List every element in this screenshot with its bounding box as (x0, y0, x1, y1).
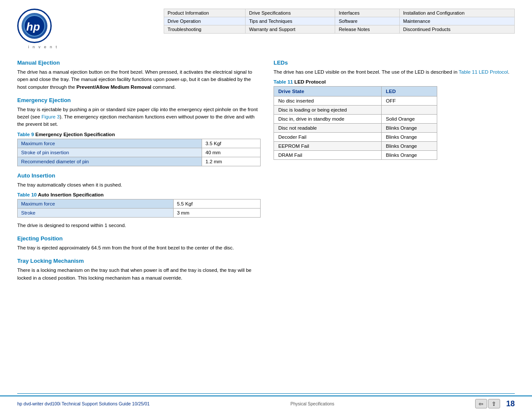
page-header: hp i n v e n t Product Information Drive… (0, 0, 532, 53)
led-value-cell: Blinks Orange (381, 151, 437, 160)
hp-logo-svg: hp (24, 15, 45, 37)
led-value-cell: Blinks Orange (381, 142, 437, 151)
table-row: Stroke3 mm (18, 208, 261, 217)
logo-area: hp i n v e n t (17, 9, 69, 49)
leds-intro-text: The drive has one LED visible on the fro… (274, 68, 515, 76)
spec-value: 5.5 Kgf (173, 199, 260, 208)
drive-state-cell: Disc not readable (274, 124, 382, 133)
auto-insertion-text: The tray automatically closes when it is… (17, 181, 261, 189)
spec-label: Recommended diameter of pin (18, 157, 202, 166)
manual-ejection-text: The drive has a manual ejection button o… (17, 68, 261, 91)
table9-emergency-ejection: Maximum force3.5 KgfStroke of pin insert… (17, 139, 261, 166)
led-value-cell: Blinks Orange (381, 124, 437, 133)
drive-state-cell: EEPROM Fail (274, 142, 382, 151)
table-row: Disc not readableBlinks Orange (274, 124, 437, 133)
table-row: Maximum force5.5 Kgf (18, 199, 261, 208)
nav-maintenance[interactable]: Maintenance (399, 17, 514, 25)
table9-label: Table 9 (17, 132, 34, 137)
nav-warranty-support[interactable]: Warranty and Support (246, 25, 335, 34)
tray-locking-text: There is a locking mechanism on the tray… (17, 267, 261, 282)
logo-inner: hp (22, 13, 47, 39)
nav-discontinued-products[interactable]: Discontinued Products (399, 25, 514, 34)
footer-right: ⇦ ⇧ 18 (475, 399, 515, 408)
spec-value: 40 mm (202, 148, 261, 157)
table-header-cell: Drive State (274, 87, 382, 97)
next-page-button[interactable]: ⇧ (488, 399, 500, 408)
ejecting-position-text: The tray is ejected approximately 64.5 m… (17, 244, 261, 252)
drive-state-cell: DRAM Fail (274, 151, 382, 160)
spec-label: Maximum force (18, 199, 174, 208)
led-value-cell: Solid Orange (381, 115, 437, 124)
left-column: Manual Ejection The drive has a manual e… (17, 53, 261, 285)
nav-installation-configuration[interactable]: Installation and Configuration (399, 9, 514, 17)
drive-state-cell: Decoder Fail (274, 133, 382, 142)
drive-state-cell: Disc in, drive in standby mode (274, 115, 382, 124)
table-row: EEPROM FailBlinks Orange (274, 142, 437, 151)
table10-auto-insertion: Maximum force5.5 KgfStroke3 mm (17, 199, 261, 218)
table10-caption-text: Auto Insertion Specification (37, 192, 103, 197)
footer-rule (17, 393, 515, 394)
nav-software[interactable]: Software (335, 17, 399, 25)
hp-logo: hp (17, 9, 52, 43)
prev-page-button[interactable]: ⇦ (475, 399, 487, 408)
navigation-table: Product Information Drive Specifications… (164, 9, 515, 34)
figure3-link[interactable]: Figure 3 (41, 114, 59, 119)
spec-value: 1.2 mm (202, 157, 261, 166)
right-column: LEDs The drive has one LED visible on th… (274, 53, 515, 285)
leds-text-2: . (508, 69, 509, 75)
table9-caption: Table 9 Emergency Ejection Specification (17, 132, 261, 137)
nav-troubleshooting[interactable]: Troubleshooting (164, 25, 246, 34)
table11-led-protocol: Drive StateLED No disc insertedOFFDisc i… (274, 86, 437, 160)
table-row: Recommended diameter of pin1.2 mm (18, 157, 261, 166)
drive-state-cell: No disc inserted (274, 97, 382, 106)
main-content: Manual Ejection The drive has a manual e… (0, 53, 532, 285)
leds-heading: LEDs (274, 59, 515, 66)
nav-interfaces[interactable]: Interfaces (335, 9, 399, 17)
table11-caption-text: LED Protocol (293, 79, 326, 84)
nav-drive-operation[interactable]: Drive Operation (164, 17, 246, 25)
leds-text-1: The drive has one LED visible on the fro… (274, 69, 459, 75)
table11-link[interactable]: Table 11 LED Protocol (459, 69, 508, 75)
nav-tips-techniques[interactable]: Tips and Techniques (246, 17, 335, 25)
manual-ejection-text-part2: command. (151, 84, 176, 90)
led-value-cell: Blinks Orange (381, 133, 437, 142)
spec-label: Stroke of pin insertion (18, 148, 202, 157)
table-row: Maximum force3.5 Kgf (18, 139, 261, 148)
spec-label: Stroke (18, 208, 174, 217)
manual-ejection-bold: Prevent/Allow Medium Removal (76, 84, 151, 90)
table10-caption: Table 10 Auto Insertion Specification (17, 192, 261, 197)
manual-ejection-heading: Manual Ejection (17, 59, 261, 66)
footer-left-text: hp dvd-writer dvd100i Technical Support … (17, 401, 149, 406)
table-row: Stroke of pin insertion40 mm (18, 148, 261, 157)
spec-label: Maximum force (18, 139, 202, 148)
table-row: Disc in, drive in standby modeSolid Oran… (274, 115, 437, 124)
emergency-ejection-text: The tray is ejectable by pushing a pin o… (17, 106, 261, 128)
auto-insertion-text2: The drive is designed to respond within … (17, 222, 261, 229)
table-row: DRAM FailBlinks Orange (274, 151, 437, 160)
nav-release-notes[interactable]: Release Notes (335, 25, 399, 34)
emergency-ejection-heading: Emergency Ejection (17, 97, 261, 103)
nav-drive-specifications[interactable]: Drive Specifications (246, 9, 335, 17)
tray-locking-heading: Tray Locking Mechanism (17, 258, 261, 264)
table11-label: Table 11 (274, 79, 293, 84)
table-row: Decoder FailBlinks Orange (274, 133, 437, 142)
spec-value: 3 mm (173, 208, 260, 217)
led-value-cell: OFF (381, 97, 437, 106)
spec-value: 3.5 Kgf (202, 139, 261, 148)
ejecting-position-heading: Ejecting Position (17, 235, 261, 242)
table-header-row: Drive StateLED (274, 87, 437, 97)
table10-label: Table 10 (17, 192, 37, 197)
drive-state-cell: Disc is loading or being ejected (274, 106, 382, 115)
led-value-cell (381, 106, 437, 115)
svg-text:hp: hp (26, 20, 40, 33)
auto-insertion-heading: Auto Insertion (17, 172, 261, 179)
page-number: 18 (506, 399, 515, 408)
table-row: No disc insertedOFF (274, 97, 437, 106)
footer-center-text: Physical Specifications (290, 402, 334, 406)
nav-product-information[interactable]: Product Information (164, 9, 246, 17)
table-header-cell: LED (381, 87, 437, 97)
table-row: Disc is loading or being ejected (274, 106, 437, 115)
page-footer: hp dvd-writer dvd100i Technical Support … (0, 395, 532, 411)
logo-invent-text: i n v e n t (17, 45, 69, 49)
table11-caption: Table 11 LED Protocol (274, 79, 515, 84)
